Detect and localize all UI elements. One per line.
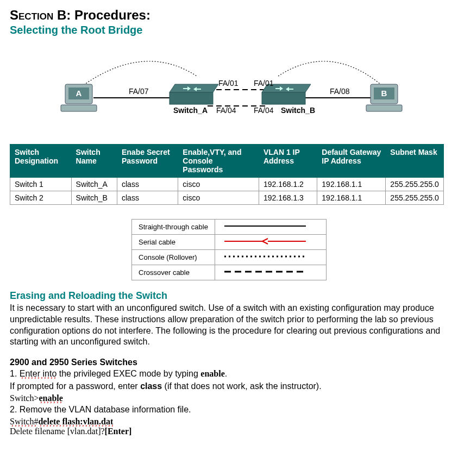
crossover-cable-icon xyxy=(215,265,326,280)
th-mask: Subnet Mask xyxy=(386,145,444,178)
fa04a-label: FA/04 xyxy=(216,106,236,115)
pc-a-label: A xyxy=(76,89,81,98)
svg-rect-11 xyxy=(262,92,305,104)
switch-a-icon xyxy=(170,84,218,104)
cmd-delete: Switch#delete flash:vlan.dat xyxy=(10,417,448,427)
fa01a-label: FA/01 xyxy=(218,79,239,87)
switch-a-label: Switch_A xyxy=(173,106,208,115)
title-rest: ection xyxy=(18,8,53,22)
cable-legend: Straight-through cable Serial cable Cons… xyxy=(131,219,327,280)
topology-svg: A B FA/07 FA/08 FA/01 FA/01 FA/04 FA/04 … xyxy=(34,46,425,133)
fa04b-label: FA/04 xyxy=(254,106,274,115)
fa01b-label: FA/01 xyxy=(254,79,274,87)
table-row: Switch 2 Switch_B class cisco 192.168.1.… xyxy=(10,191,444,205)
svg-rect-6 xyxy=(61,105,97,111)
subtitle: Selecting the Root Bridge xyxy=(10,24,448,36)
switch-config-table: Switch Designation Switch Name Enabe Sec… xyxy=(10,144,444,205)
svg-rect-9 xyxy=(366,105,402,111)
switch-b-label: Switch_B xyxy=(281,106,315,115)
step-2: 2. Remove the VLAN database information … xyxy=(10,404,448,416)
legend-straight-label: Straight-through cable xyxy=(132,220,215,235)
network-diagram: A B FA/07 FA/08 FA/01 FA/01 FA/04 FA/04 … xyxy=(10,46,448,133)
svg-line-14 xyxy=(262,239,268,241)
title-prefix: S xyxy=(10,8,18,22)
svg-rect-10 xyxy=(170,92,213,104)
table-row: Switch 1 Switch_A class cisco 192.168.1.… xyxy=(10,178,444,191)
series-heading: 2900 and 2950 Series Switches xyxy=(10,358,448,367)
legend-serial-label: Serial cable xyxy=(132,235,215,250)
straight-cable-icon xyxy=(215,220,326,235)
pc-b-icon: B xyxy=(366,84,402,111)
cmd-delete-confirm: Delete filename [vlan.dat]?[Enter] xyxy=(10,427,448,436)
th-ip: VLAN 1 IP Address xyxy=(259,145,317,178)
fa07-label: FA/07 xyxy=(129,87,149,96)
pc-a-icon: A xyxy=(61,84,97,111)
section-title: Section B: Procedures: xyxy=(10,8,448,23)
pc-b-label: B xyxy=(381,89,387,98)
th-designation: Switch Designation xyxy=(10,145,72,178)
legend-console-label: Console (Rollover) xyxy=(132,250,215,265)
th-secret: Enabe Secret Password xyxy=(117,145,178,178)
svg-line-15 xyxy=(262,241,268,244)
th-passwords: Enable,VTY, and Console Passwords xyxy=(178,145,259,178)
th-gw: Default Gateway IP Address xyxy=(317,145,386,178)
fa08-label: FA/08 xyxy=(330,87,350,96)
legend-crossover-label: Crossover cable xyxy=(132,265,215,280)
console-cable-icon xyxy=(215,250,326,265)
step-1: 1. Enter into the privileged EXEC mode b… xyxy=(10,368,448,380)
erasing-body: It is necessary to start with an unconfi… xyxy=(10,303,448,348)
erasing-heading: Erasing and Reloading the Switch xyxy=(10,290,448,302)
title-suffix: B: Procedures: xyxy=(53,8,150,22)
th-name: Switch Name xyxy=(71,145,117,178)
step-1-hint: If prompted for a password, enter class … xyxy=(10,381,448,392)
serial-cable-icon xyxy=(215,235,326,250)
cmd-enable: Switch>enable xyxy=(10,393,448,403)
